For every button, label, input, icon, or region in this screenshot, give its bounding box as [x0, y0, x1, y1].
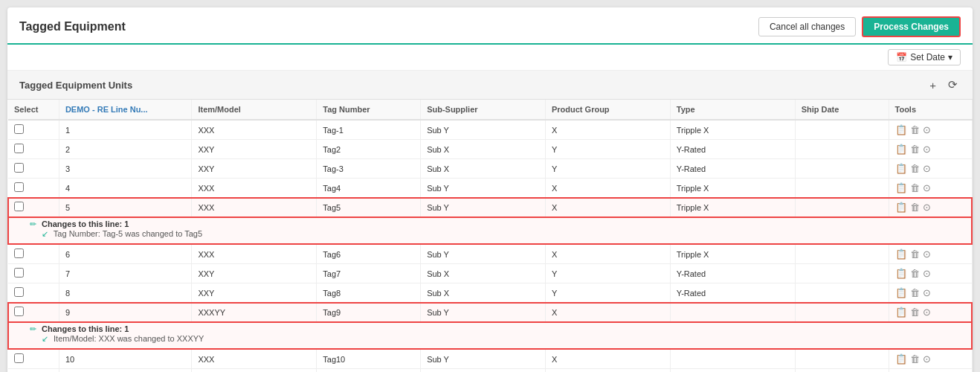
row-tag-number: Tag-1: [317, 120, 421, 140]
delete-icon[interactable]: 🗑: [910, 287, 920, 298]
row-select-cell: [8, 198, 59, 217]
row-checkbox[interactable]: [14, 353, 24, 363]
row-tools-cell: 📋 🗑 ⊙: [889, 264, 972, 283]
row-tools-cell: 📋 🗑 ⊙: [889, 283, 972, 303]
info-icon[interactable]: ⊙: [923, 202, 931, 213]
row-checkbox[interactable]: [14, 182, 24, 192]
row-number: 10: [59, 349, 192, 369]
info-icon[interactable]: ⊙: [923, 353, 931, 365]
row-type: Tripple X: [670, 244, 795, 264]
arrow-icon: ↙: [42, 229, 48, 238]
delete-icon[interactable]: 🗑: [910, 268, 920, 279]
info-icon[interactable]: ⊙: [923, 163, 931, 174]
copy-icon[interactable]: 📋: [895, 287, 907, 298]
copy-icon[interactable]: 📋: [895, 268, 907, 279]
row-tag-number: Tag5: [317, 198, 421, 217]
delete-icon[interactable]: 🗑: [910, 307, 920, 318]
info-icon[interactable]: ⊙: [923, 287, 931, 298]
row-type: Tripple X: [670, 179, 795, 198]
copy-icon[interactable]: 📋: [895, 307, 907, 318]
row-sub-supplier: Sub Y: [421, 303, 546, 322]
copy-icon[interactable]: 📋: [895, 202, 907, 213]
row-item-model: XXX: [192, 198, 317, 217]
refresh-icon: ⟳: [948, 78, 958, 91]
delete-icon[interactable]: 🗑: [910, 182, 920, 193]
row-tools-cell: 📋 🗑 ⊙: [889, 140, 972, 159]
row-tag-number: Tag6: [317, 244, 421, 264]
section-title: Tagged Equipment Units: [19, 80, 132, 91]
row-sub-supplier: Sub X: [421, 283, 546, 303]
equipment-table: Select DEMO - RE Line Nu... Item/Model T…: [7, 100, 973, 372]
cancel-all-changes-button[interactable]: Cancel all changes: [758, 17, 856, 36]
delete-icon[interactable]: 🗑: [910, 248, 920, 260]
section-header: Tagged Equipment Units + ⟳: [7, 71, 973, 100]
change-info-row: ✏ Changes to this line: 1 ↙ Tag Number: …: [8, 217, 972, 245]
process-changes-wrapper: Process Changes: [862, 16, 961, 37]
change-detail-line: ↙ Item/Model: XXX was changed to XXXYY: [30, 334, 965, 344]
row-select-cell: [8, 159, 59, 179]
pencil-icon: ✏: [30, 324, 36, 333]
row-number: 6: [59, 244, 192, 264]
row-sub-supplier: Sub Y: [421, 349, 546, 369]
row-sub-supplier: Sub Y: [421, 369, 546, 373]
row-product-group: X: [545, 303, 670, 322]
col-select: Select: [8, 100, 59, 120]
table-row: 9 XXXYY Tag9 Sub Y X 📋 🗑 ⊙: [8, 303, 972, 322]
delete-icon[interactable]: 🗑: [910, 353, 920, 365]
table-row: 2 XXY Tag2 Sub X Y Y-Rated 📋 🗑 ⊙: [8, 140, 972, 159]
row-tag-number: Tag10: [317, 349, 421, 369]
copy-icon[interactable]: 📋: [895, 144, 907, 155]
table-row: 7 XXY Tag7 Sub X Y Y-Rated 📋 🗑 ⊙: [8, 264, 972, 283]
col-tools: Tools: [889, 100, 972, 120]
row-type: [670, 303, 795, 322]
row-tools-cell: 📋 🗑 ⊙: [889, 244, 972, 264]
change-info-cell: ✏ Changes to this line: 1 ↙ Item/Model: …: [8, 322, 972, 350]
refresh-button[interactable]: ⟳: [945, 77, 961, 93]
copy-icon[interactable]: 📋: [895, 124, 907, 135]
copy-icon[interactable]: 📋: [895, 353, 907, 365]
delete-icon[interactable]: 🗑: [910, 124, 920, 135]
delete-icon[interactable]: 🗑: [910, 144, 920, 155]
row-type: Tripple X: [670, 120, 795, 140]
row-select-cell: [8, 244, 59, 264]
info-icon[interactable]: ⊙: [923, 248, 931, 260]
delete-icon[interactable]: 🗑: [910, 163, 920, 174]
row-tools-cell: 📋 🗑 ⊙: [889, 120, 972, 140]
col-demo-re[interactable]: DEMO - RE Line Nu...: [59, 100, 192, 120]
row-number: 1: [59, 120, 192, 140]
process-changes-button[interactable]: Process Changes: [862, 16, 961, 37]
row-select-cell: [8, 264, 59, 283]
copy-icon[interactable]: 📋: [895, 182, 907, 193]
row-ship-date: [795, 140, 889, 159]
add-row-button[interactable]: +: [926, 77, 939, 93]
row-tag-number: Tag2: [317, 140, 421, 159]
info-icon[interactable]: ⊙: [923, 182, 931, 193]
info-icon[interactable]: ⊙: [923, 144, 931, 155]
row-checkbox[interactable]: [14, 124, 24, 134]
row-product-group: X: [545, 198, 670, 217]
table-row: 3 XXY Tag-3 Sub X Y Y-Rated 📋 🗑 ⊙: [8, 159, 972, 179]
table-body: 1 XXX Tag-1 Sub Y X Tripple X 📋 🗑 ⊙ 2 XX…: [8, 120, 972, 372]
copy-icon[interactable]: 📋: [895, 163, 907, 174]
row-number: 4: [59, 179, 192, 198]
row-checkbox[interactable]: [14, 307, 24, 316]
row-checkbox[interactable]: [14, 287, 24, 297]
row-ship-date: [795, 244, 889, 264]
info-icon[interactable]: ⊙: [923, 124, 931, 135]
row-checkbox[interactable]: [14, 163, 24, 173]
row-checkbox[interactable]: [14, 202, 24, 211]
section-actions: + ⟳: [926, 77, 961, 93]
row-number: 2: [59, 140, 192, 159]
row-sub-supplier: Sub Y: [421, 198, 546, 217]
change-info-row: ✏ Changes to this line: 1 ↙ Item/Model: …: [8, 322, 972, 350]
delete-icon[interactable]: 🗑: [910, 202, 920, 213]
row-item-model: XXY: [192, 140, 317, 159]
info-icon[interactable]: ⊙: [923, 307, 931, 318]
row-checkbox[interactable]: [14, 268, 24, 278]
copy-icon[interactable]: 📋: [895, 248, 907, 260]
set-date-button[interactable]: 📅 Set Date ▾: [888, 49, 961, 65]
row-checkbox[interactable]: [14, 248, 24, 258]
info-icon[interactable]: ⊙: [923, 268, 931, 279]
row-product-group: Y: [545, 159, 670, 179]
row-checkbox[interactable]: [14, 144, 24, 153]
